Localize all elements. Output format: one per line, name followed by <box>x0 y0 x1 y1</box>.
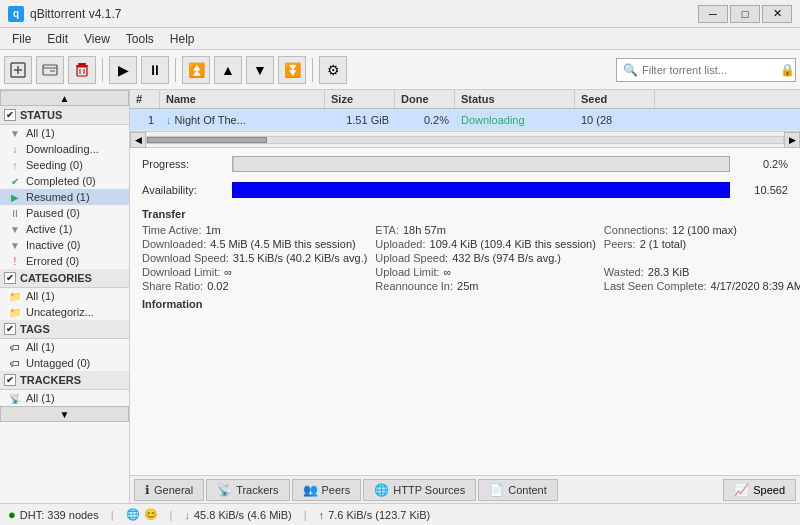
down-button[interactable]: ▼ <box>246 56 274 84</box>
scroll-thumb[interactable] <box>147 137 267 143</box>
sidebar-item-seeding[interactable]: ↑ Seeding (0) <box>0 157 129 173</box>
tag-icon: 🏷 <box>8 342 22 353</box>
tab-peers-label: Peers <box>322 484 351 496</box>
sidebar-scroll-up[interactable]: ▲ <box>0 90 129 106</box>
tab-peers[interactable]: 👥 Peers <box>292 479 362 501</box>
table-row[interactable]: 1 ↓ Night Of The... 1.51 GiB 0.2% Downlo… <box>130 109 800 131</box>
scroll-right-button[interactable]: ▶ <box>784 132 800 148</box>
maximize-button[interactable]: □ <box>730 5 760 23</box>
ul-speed-value: 432 B/s (974 B/s avg.) <box>452 252 561 264</box>
up-button[interactable]: ▲ <box>214 56 242 84</box>
complete-icon: ✔ <box>8 176 22 187</box>
ul-speed-label: Upload Speed: <box>375 252 448 264</box>
tags-check[interactable]: ✔ <box>4 323 16 335</box>
col-num[interactable]: # <box>130 90 160 108</box>
eta-item: ETA: 18h 57m <box>375 224 595 236</box>
bottom-button[interactable]: ⏬ <box>278 56 306 84</box>
uploaded-value: 109.4 KiB (109.4 KiB this session) <box>430 238 596 250</box>
horizontal-scrollbar[interactable]: ◀ ▶ <box>130 132 800 148</box>
sidebar-item-paused[interactable]: ⏸ Paused (0) <box>0 205 129 221</box>
sidebar-item-inactive[interactable]: ▼ Inactive (0) <box>0 237 129 253</box>
sidebar-item-completed[interactable]: ✔ Completed (0) <box>0 173 129 189</box>
status-check[interactable]: ✔ <box>4 109 16 121</box>
progress-bar <box>232 156 730 172</box>
sidebar-item-label: All (1) <box>26 341 55 353</box>
sidebar-item-label: Seeding (0) <box>26 159 83 171</box>
cell-status: Downloading <box>455 112 575 128</box>
tab-content-label: Content <box>508 484 547 496</box>
status-sep-2: | <box>170 509 173 521</box>
sidebar-item-untagged[interactable]: 🏷 Untagged (0) <box>0 355 129 371</box>
sidebar-item-tracker-all[interactable]: 📡 All (1) <box>0 390 129 406</box>
col-done[interactable]: Done <box>395 90 455 108</box>
sidebar-item-downloading[interactable]: ↓ Downloading... <box>0 141 129 157</box>
pause-button[interactable]: ⏸ <box>141 56 169 84</box>
sidebar-scroll-down[interactable]: ▼ <box>0 406 129 422</box>
col-name[interactable]: Name <box>160 90 325 108</box>
menu-item-file[interactable]: File <box>4 30 39 48</box>
tab-content[interactable]: 📄 Content <box>478 479 558 501</box>
menu-item-edit[interactable]: Edit <box>39 30 76 48</box>
categories-check[interactable]: ✔ <box>4 272 16 284</box>
time-active-item: Time Active: 1m <box>142 224 367 236</box>
sidebar-item-active[interactable]: ▼ Active (1) <box>0 221 129 237</box>
reannounce-label: Reannounce In: <box>375 280 453 292</box>
menu-item-help[interactable]: Help <box>162 30 203 48</box>
sidebar-item-resumed[interactable]: ▶ Resumed (1) <box>0 189 129 205</box>
wasted-label: Wasted: <box>604 266 644 278</box>
lock-icon: 🔒 <box>780 63 795 77</box>
connections-item: Connections: 12 (100 max) <box>604 224 800 236</box>
tab-speed[interactable]: 📈 Speed <box>723 479 796 501</box>
face-icon: 😊 <box>144 508 158 521</box>
wasted-value: 28.3 KiB <box>648 266 690 278</box>
download-status: ↓ 45.8 KiB/s (4.6 MiB) <box>184 509 291 521</box>
resume-button[interactable]: ▶ <box>109 56 137 84</box>
search-box: 🔍 🔒 <box>616 58 796 82</box>
status-header: ✔ STATUS <box>0 106 129 125</box>
scroll-left-button[interactable]: ◀ <box>130 132 146 148</box>
top-button[interactable]: ⏫ <box>182 56 210 84</box>
tab-trackers[interactable]: 📡 Trackers <box>206 479 289 501</box>
progress-row: Progress: 0.2% <box>142 156 788 172</box>
sidebar-item-label: Uncategoriz... <box>26 306 94 318</box>
add-torrent-button[interactable] <box>4 56 32 84</box>
dl-limit-label: Download Limit: <box>142 266 220 278</box>
trackers-header: ✔ TRACKERS <box>0 371 129 390</box>
col-seed[interactable]: Seed <box>575 90 655 108</box>
resume-icon: ▶ <box>8 192 22 203</box>
tab-trackers-label: Trackers <box>236 484 278 496</box>
options-button[interactable]: ⚙ <box>319 56 347 84</box>
menu-item-tools[interactable]: Tools <box>118 30 162 48</box>
search-input[interactable] <box>642 64 780 76</box>
cell-size: 1.51 GiB <box>325 112 395 128</box>
sidebar-item-all[interactable]: ▼ All (1) <box>0 125 129 141</box>
minimize-button[interactable]: ─ <box>698 5 728 23</box>
svg-rect-6 <box>78 63 86 65</box>
tab-http-sources[interactable]: 🌐 HTTP Sources <box>363 479 476 501</box>
toolbar-sep-2 <box>175 58 176 82</box>
sidebar-item-label: All (1) <box>26 392 55 404</box>
peers-label: Peers: <box>604 238 636 250</box>
status-sep-1: | <box>111 509 114 521</box>
tracker-icon: 📡 <box>8 393 22 404</box>
menu-item-view[interactable]: View <box>76 30 118 48</box>
sidebar-item-uncategorized[interactable]: 📁 Uncategoriz... <box>0 304 129 320</box>
remove-button[interactable] <box>68 56 96 84</box>
sidebar-item-errored[interactable]: ! Errored (0) <box>0 253 129 269</box>
add-url-button[interactable] <box>36 56 64 84</box>
sidebar-item-cat-all[interactable]: 📁 All (1) <box>0 288 129 304</box>
sidebar: ▲ ✔ STATUS ▼ All (1) ↓ Downloading... ↑ … <box>0 90 130 503</box>
trackers-check[interactable]: ✔ <box>4 374 16 386</box>
sidebar-item-tag-all[interactable]: 🏷 All (1) <box>0 339 129 355</box>
sidebar-item-label: Completed (0) <box>26 175 96 187</box>
torrent-list: # Name Size Done Status Seed 1 ↓ Night O… <box>130 90 800 132</box>
tab-general[interactable]: ℹ General <box>134 479 204 501</box>
last-seen-label: Last Seen Complete: <box>604 280 707 292</box>
scroll-track[interactable] <box>146 136 784 144</box>
sidebar-item-label: Errored (0) <box>26 255 79 267</box>
close-button[interactable]: ✕ <box>762 5 792 23</box>
window-controls: ─ □ ✕ <box>698 5 792 23</box>
cell-done: 0.2% <box>395 112 455 128</box>
col-size[interactable]: Size <box>325 90 395 108</box>
col-status[interactable]: Status <box>455 90 575 108</box>
